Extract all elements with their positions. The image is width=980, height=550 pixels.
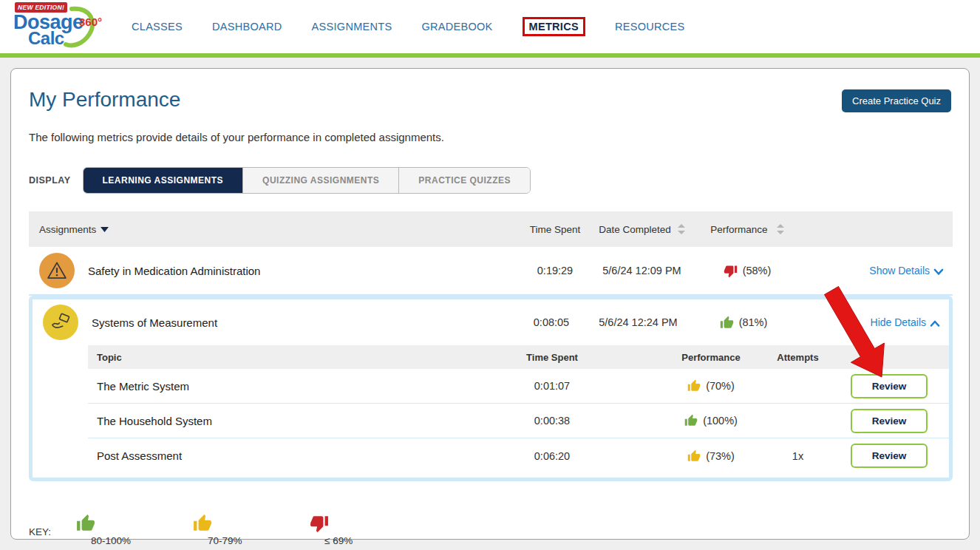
topics-subtable-header: Topic Time Spent Performance Attempts — [88, 345, 949, 369]
assignment-row-safety: Safety in Medication Administration 0:19… — [29, 247, 953, 296]
performance-value: (58%) — [695, 264, 799, 278]
chevron-up-icon — [930, 319, 940, 327]
attempts-column-header: Attempts — [766, 352, 829, 363]
assignments-table-header: Assignments Time Spent Date Completed Pe… — [29, 211, 953, 247]
chevron-down-icon — [933, 268, 944, 276]
my-performance-panel: My Performance Create Practice Quiz The … — [10, 68, 970, 540]
thumbs-down-icon — [724, 264, 738, 278]
tab-practice-quizzes[interactable]: PRACTICE QUIZZES — [399, 168, 530, 193]
time-spent-value: 0:19:29 — [522, 265, 588, 276]
page: NEW EDITION! Dosage 360° Calc CLASSES DA… — [0, 0, 980, 550]
create-practice-quiz-button[interactable]: Create Practice Quiz — [842, 89, 951, 112]
time-spent-value: 0:01:07 — [519, 380, 585, 392]
performance-value: (100%) — [656, 414, 766, 427]
expanded-assignment-section: Systems of Measurement 0:08:05 5/6/24 12… — [29, 296, 953, 481]
date-completed-value: 5/6/24 12:09 PM — [588, 265, 695, 276]
tab-learning-assignments[interactable]: LEARNING ASSIGNMENTS — [84, 168, 244, 193]
nav-item-dashboard[interactable]: DASHBOARD — [212, 21, 282, 33]
assignments-table: Assignments Time Spent Date Completed Pe… — [29, 211, 953, 481]
thumbs-up-icon — [720, 316, 734, 330]
topic-title: The Metric System — [88, 380, 519, 393]
performance-percent: (73%) — [706, 450, 735, 462]
thumbs-up-icon — [687, 379, 701, 393]
review-button[interactable]: Review — [851, 409, 928, 433]
topic-row-metric-system: The Metric System 0:01:07 (70%) Review — [88, 369, 949, 404]
logo-text-calc: Calc — [28, 28, 64, 49]
review-button[interactable]: Review — [851, 444, 928, 468]
date-completed-value: 5/6/24 12:24 PM — [585, 316, 692, 328]
key-item-green: 80-100% — [76, 500, 193, 546]
nav-item-assignments[interactable]: ASSIGNMENTS — [312, 21, 392, 33]
time-spent-value: 0:06:20 — [519, 450, 585, 462]
time-spent-column-header: Time Spent — [519, 352, 585, 363]
performance-key: KEY: 80-100% 70-79% — [29, 500, 951, 546]
assignments-dropdown-caret-icon[interactable] — [101, 227, 109, 232]
show-details-link[interactable]: Show Details — [869, 265, 944, 276]
nav-item-metrics[interactable]: METRICS — [523, 17, 585, 36]
assignment-title: Safety in Medication Administration — [88, 265, 260, 277]
warning-triangle-icon — [39, 253, 75, 288]
tab-quizzing-assignments[interactable]: QUIZZING ASSIGNMENTS — [243, 168, 399, 193]
page-subtitle: The following metrics provide details of… — [29, 131, 951, 143]
thumbs-up-icon — [687, 449, 701, 463]
thumbs-up-icon — [193, 514, 310, 533]
hide-details-link[interactable]: Hide Details — [871, 316, 940, 328]
assignments-column-header[interactable]: Assignments — [39, 224, 96, 235]
topic-row-post-assessment: Post Assessment 0:06:20 (73%) 1x Review — [88, 438, 949, 473]
performance-percent: (100%) — [703, 415, 738, 427]
thumbs-up-icon — [76, 514, 193, 533]
performance-column-header[interactable]: Performance — [710, 224, 767, 235]
sort-icon[interactable] — [777, 224, 784, 234]
performance-percent: (81%) — [739, 316, 768, 328]
logo-text-360: 360° — [79, 16, 102, 28]
key-range: 70-79% — [208, 535, 310, 546]
topic-row-household-system: The Household System 0:00:38 (100%) Revi… — [88, 404, 949, 438]
time-spent-value: 0:00:38 — [519, 415, 585, 427]
main-nav: CLASSES DASHBOARD ASSIGNMENTS GRADEBOOK … — [132, 17, 685, 36]
display-label: DISPLAY — [29, 175, 71, 186]
topics-subtable: Topic Time Spent Performance Attempts Th… — [88, 345, 949, 478]
nav-item-resources[interactable]: RESOURCES — [615, 21, 685, 33]
topic-column-header: Topic — [88, 352, 519, 363]
pouring-liquid-icon — [43, 305, 78, 340]
top-navigation-bar: NEW EDITION! Dosage 360° Calc CLASSES DA… — [0, 0, 980, 53]
nav-item-classes[interactable]: CLASSES — [132, 21, 183, 33]
page-title: My Performance — [29, 88, 951, 112]
thumbs-up-icon — [684, 414, 698, 427]
key-item-red: ≤ 69% — [310, 500, 426, 546]
performance-percent: (58%) — [743, 265, 772, 276]
sort-icon[interactable] — [678, 224, 685, 234]
time-spent-value: 0:08:05 — [518, 316, 585, 328]
topic-title: Post Assessment — [88, 449, 519, 462]
performance-column-header: Performance — [656, 352, 766, 363]
date-completed-column-header[interactable]: Date Completed — [599, 224, 671, 235]
nav-item-gradebook[interactable]: GRADEBOOK — [421, 21, 492, 33]
key-range: 80-100% — [91, 535, 193, 546]
review-button[interactable]: Review — [851, 374, 928, 398]
performance-value: (81%) — [692, 316, 795, 330]
time-spent-column-header: Time Spent — [522, 224, 588, 235]
dosagecalc-logo[interactable]: NEW EDITION! Dosage 360° Calc — [0, 0, 132, 53]
key-item-yellow: 70-79% — [193, 500, 310, 546]
topic-title: The Household System — [88, 415, 519, 427]
performance-percent: (70%) — [706, 380, 735, 392]
page-background: My Performance Create Practice Quiz The … — [0, 58, 980, 550]
thumbs-down-icon — [310, 514, 426, 533]
attempts-value: 1x — [766, 450, 829, 462]
performance-value: (70%) — [656, 379, 766, 393]
performance-value: (73%) — [656, 449, 766, 463]
key-label: KEY: — [29, 526, 51, 546]
display-tab-bar: DISPLAY LEARNING ASSIGNMENTS QUIZZING AS… — [29, 167, 951, 194]
assignment-row-systems: Systems of Measurement 0:08:05 5/6/24 12… — [33, 299, 949, 345]
assignment-title: Systems of Measurement — [92, 316, 217, 329]
key-range: ≤ 69% — [324, 535, 426, 546]
